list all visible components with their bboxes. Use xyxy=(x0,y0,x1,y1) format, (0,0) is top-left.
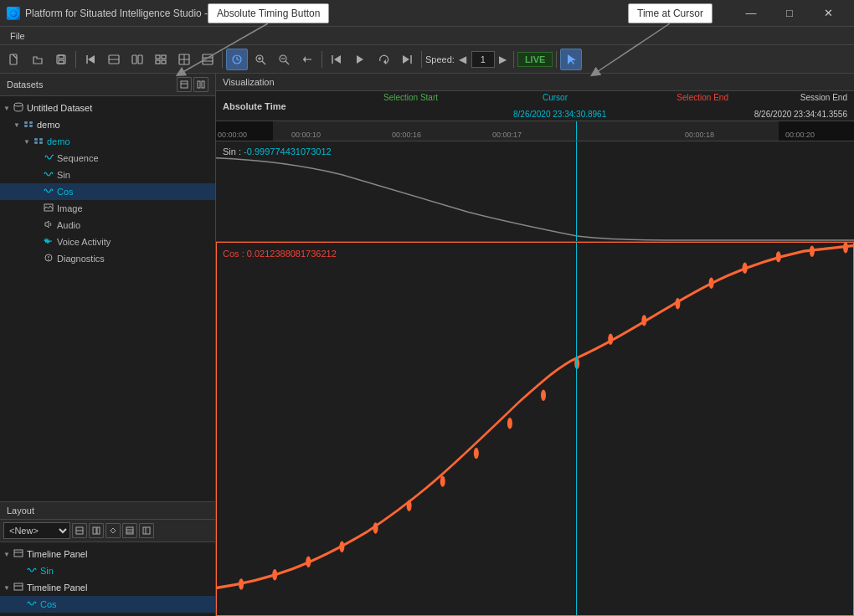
cos-cursor-line xyxy=(576,242,577,616)
toolbar-layout-1[interactable] xyxy=(103,49,125,70)
absolute-timing-button[interactable] xyxy=(226,49,248,70)
layout-timeline-panel-1[interactable]: ▼ Timeline Panel xyxy=(0,546,215,562)
tree-item-untitled-dataset[interactable]: ▼ Untitled Dataset xyxy=(0,100,215,116)
cos-dot xyxy=(810,245,815,256)
tree-item-cos[interactable]: ▶ Cos xyxy=(0,183,215,200)
svg-line-68 xyxy=(113,528,116,531)
viz-tab[interactable]: Visualization xyxy=(223,77,275,87)
toolbar-layout-2[interactable] xyxy=(126,49,148,70)
toolbar-layout-3[interactable] xyxy=(150,49,172,70)
svg-rect-56 xyxy=(34,141,38,144)
app-icon xyxy=(7,7,20,20)
datasets-header-icons xyxy=(177,77,208,92)
layout-btn-1[interactable] xyxy=(72,523,87,538)
svg-point-50 xyxy=(14,103,23,106)
svg-rect-18 xyxy=(162,55,166,59)
audio-icon xyxy=(44,219,54,231)
svg-rect-9 xyxy=(59,55,64,59)
svg-rect-49 xyxy=(202,81,204,88)
tree-item-demo-parent[interactable]: ▼ demo xyxy=(0,116,215,133)
svg-rect-15 xyxy=(132,55,136,64)
tree-item-diagnostics[interactable]: ▶ Diagnostics xyxy=(0,250,215,267)
cos-dot xyxy=(440,475,445,486)
svg-marker-44 xyxy=(403,55,409,64)
live-button[interactable]: LIVE xyxy=(517,52,553,67)
skip-forward-button[interactable] xyxy=(396,49,418,70)
toolbar-skip-start[interactable] xyxy=(80,49,101,70)
toolbar-layout-4[interactable] xyxy=(173,49,195,70)
cos-dot xyxy=(641,315,646,326)
title-bar: Platform for Situated Intelligence Studi… xyxy=(0,0,854,27)
tree-item-sin[interactable]: ▶ Sin xyxy=(0,167,215,183)
absolute-time-label: Absolute Time xyxy=(223,101,298,111)
speed-up-button[interactable]: ▶ xyxy=(496,51,510,68)
svg-rect-74 xyxy=(143,527,150,534)
cos-chart-panel: Cos : 0.0212388081736212 xyxy=(216,242,854,616)
cos-dot xyxy=(541,390,546,401)
toolbar-layout-5[interactable] xyxy=(197,49,219,70)
tree-item-sequence[interactable]: ▶ Sequence xyxy=(0,150,215,167)
toolbar-zoom-out[interactable] xyxy=(273,49,295,70)
layout-select[interactable]: <New> xyxy=(3,522,70,539)
expand-icon: ▼ xyxy=(13,121,22,129)
tree-item-demo-child[interactable]: ▼ demo xyxy=(0,133,215,150)
menu-bar: File xyxy=(0,27,854,45)
cursor-line-ruler xyxy=(576,121,577,141)
image-icon xyxy=(44,203,54,214)
play-button[interactable] xyxy=(349,49,371,70)
svg-marker-41 xyxy=(357,55,363,64)
loop-button[interactable] xyxy=(373,49,394,70)
toolbar-btn-extra[interactable] xyxy=(296,49,318,70)
maximize-button[interactable]: □ xyxy=(770,0,809,27)
close-button[interactable]: ✕ xyxy=(809,0,847,27)
layout-btn-3[interactable] xyxy=(105,523,121,538)
skip-back-button[interactable] xyxy=(326,49,347,70)
tree-item-audio[interactable]: ▶ Audio xyxy=(0,217,215,234)
timeline-panel-1-label: Timeline Panel xyxy=(27,549,87,559)
sin-cursor-line xyxy=(576,141,577,241)
file-menu[interactable]: File xyxy=(3,29,32,43)
cos-dot xyxy=(608,334,613,345)
toolbar-btn-2[interactable] xyxy=(27,49,49,70)
cos-dot xyxy=(272,569,277,580)
timeline-panel-icon xyxy=(13,548,23,560)
svg-rect-53 xyxy=(29,121,33,124)
app-title: Platform for Situated Intelligence Studi… xyxy=(25,8,255,19)
layout-sin[interactable]: ▶ Sin xyxy=(0,562,215,579)
cursor-tool-button[interactable] xyxy=(560,49,582,70)
datasets-tab[interactable]: Datasets xyxy=(7,80,43,90)
toolbar-btn-1[interactable] xyxy=(3,49,25,70)
layout-sin-label: Sin xyxy=(40,566,54,576)
svg-marker-12 xyxy=(88,55,95,64)
layout-btn-5[interactable] xyxy=(139,523,154,538)
viz-header: Visualization xyxy=(216,74,854,91)
layout-cos[interactable]: ▶ Cos xyxy=(0,596,215,613)
layout-tree: ▼ Timeline Panel ▶ Sin ▼ xyxy=(0,542,215,616)
layout-btn-4[interactable] xyxy=(122,523,137,538)
speed-input[interactable] xyxy=(471,51,495,68)
tree-item-voice-activity[interactable]: ▶ Voice Activity xyxy=(0,234,215,250)
speed-down-button[interactable]: ◀ xyxy=(456,51,470,68)
sep-6 xyxy=(556,51,557,68)
svg-marker-40 xyxy=(334,55,341,64)
dataset-icon-btn-1[interactable] xyxy=(177,77,192,92)
cos-dot xyxy=(239,578,244,589)
toolbar-btn-3[interactable] xyxy=(50,49,72,70)
timeline-panel-2-label: Timeline Panel xyxy=(27,583,87,593)
minimize-button[interactable]: — xyxy=(732,0,770,27)
tree-item-image[interactable]: ▶ Image xyxy=(0,200,215,217)
toolbar-zoom-in[interactable] xyxy=(250,49,271,70)
sin-path xyxy=(216,158,854,240)
timeline-ruler[interactable]: 00:00:00 00:00:10 00:00:16 00:00:17 00:0… xyxy=(216,121,854,141)
sin-label: Sin xyxy=(57,170,70,180)
cos-value: 0.0212388081736212 xyxy=(247,249,337,259)
selection-start-label: Selection Start xyxy=(383,93,438,102)
svg-rect-76 xyxy=(14,550,23,557)
layout-timeline-panel-2[interactable]: ▼ Timeline Panel xyxy=(0,579,215,596)
layout-btn-2[interactable] xyxy=(89,523,104,538)
svg-rect-52 xyxy=(24,125,28,127)
dataset-icon-btn-2[interactable] xyxy=(193,77,208,92)
main-layout: Datasets ▼ Untitled Dataset xyxy=(0,74,854,616)
diagnostics-label: Diagnostics xyxy=(57,254,105,264)
svg-rect-51 xyxy=(24,121,28,124)
